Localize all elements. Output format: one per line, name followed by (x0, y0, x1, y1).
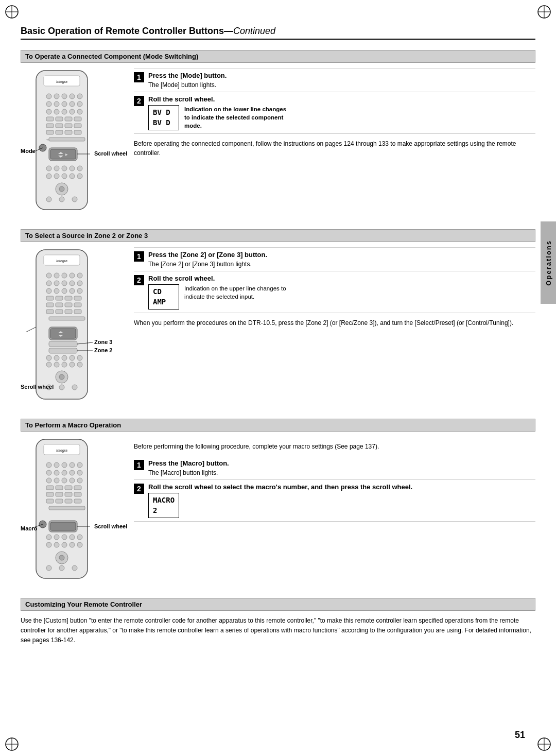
svg-rect-141 (56, 486, 63, 490)
svg-point-77 (62, 281, 67, 286)
svg-point-64 (72, 197, 77, 202)
remote-image-3: Integra (21, 437, 103, 586)
svg-point-17 (62, 94, 67, 99)
scroll-wheel-label-2: Scroll wheel (21, 384, 54, 390)
section3-step1: 1 Press the [Macro] button. The [Macro] … (134, 456, 535, 480)
svg-point-25 (46, 109, 51, 114)
svg-rect-85 (46, 296, 54, 300)
svg-point-80 (46, 288, 51, 294)
svg-rect-43 (49, 138, 85, 141)
svg-point-165 (77, 542, 82, 547)
step1-body: The [Mode] button lights. (148, 81, 535, 89)
svg-point-21 (54, 101, 59, 107)
svg-point-112 (70, 362, 75, 367)
svg-point-54 (77, 166, 82, 171)
section2-lcd: CD AMP (148, 284, 179, 310)
svg-point-73 (70, 273, 75, 278)
s2-step1-title: Press the [Zone 2] or [Zone 3] button. (148, 251, 535, 259)
svg-line-119 (26, 327, 36, 332)
section3-step2: 2 Roll the scroll wheel to select the ma… (134, 480, 535, 522)
svg-rect-88 (74, 296, 81, 300)
s2-step1-num: 1 (134, 251, 144, 262)
section3-heading: To Perform a Macro Operation (21, 419, 535, 432)
corner-mark-tr (536, 4, 552, 20)
svg-point-137 (62, 478, 67, 483)
s3-step2-content: Roll the scroll wheel to select the macr… (148, 483, 535, 518)
section3-content: Integra (21, 437, 535, 588)
svg-rect-34 (46, 124, 54, 128)
section3-remote-container: Integra (21, 437, 124, 588)
svg-point-132 (62, 470, 67, 475)
operations-sidebar: Operations (541, 221, 556, 304)
svg-point-113 (77, 362, 82, 367)
svg-point-125 (46, 462, 51, 468)
page-header: Basic Operation of Remote Controller But… (21, 26, 535, 40)
svg-point-57 (62, 174, 67, 179)
svg-point-55 (46, 174, 51, 179)
section2-content: Integra (21, 247, 535, 408)
section3-display-row: MACRO 2 (148, 493, 535, 518)
zone3-label: Zone 3 (94, 339, 112, 345)
svg-point-81 (54, 288, 59, 294)
section4-body: Use the [Custom] button "to enter the re… (21, 616, 535, 646)
svg-point-62 (46, 197, 51, 202)
svg-rect-102 (49, 341, 77, 347)
svg-rect-31 (56, 117, 63, 121)
svg-point-161 (46, 542, 51, 547)
svg-point-162 (54, 542, 59, 547)
svg-point-133 (70, 470, 75, 475)
svg-rect-41 (74, 130, 81, 134)
step2-content: Roll the scroll wheel. BV D BV D Indicat… (148, 95, 535, 130)
svg-rect-145 (56, 492, 63, 496)
svg-point-15 (46, 94, 51, 99)
svg-rect-97 (49, 317, 85, 320)
svg-point-79 (77, 281, 82, 286)
svg-rect-144 (46, 492, 54, 496)
svg-rect-92 (74, 303, 81, 307)
svg-point-84 (77, 288, 82, 294)
svg-rect-89 (46, 303, 54, 307)
svg-point-107 (70, 355, 75, 360)
svg-rect-33 (74, 117, 81, 121)
svg-point-50 (46, 166, 51, 171)
svg-point-61 (59, 186, 64, 192)
svg-point-26 (54, 109, 59, 114)
svg-point-75 (46, 281, 51, 286)
svg-point-56 (54, 174, 59, 179)
s3-step1-body: The [Macro] button lights. (148, 469, 535, 476)
svg-point-74 (77, 273, 82, 278)
svg-point-53 (70, 166, 75, 171)
svg-point-58 (70, 174, 75, 179)
svg-point-23 (70, 101, 75, 107)
svg-point-164 (70, 542, 75, 547)
svg-text:Integra: Integra (56, 259, 67, 263)
svg-point-117 (59, 385, 64, 390)
s3-step2-num: 2 (134, 484, 144, 494)
svg-text:Integra: Integra (56, 80, 67, 84)
svg-point-110 (54, 362, 59, 367)
svg-text:Integra: Integra (56, 449, 67, 453)
svg-point-130 (46, 470, 51, 475)
s2-step2-title: Roll the scroll wheel. (148, 274, 535, 282)
scroll-wheel-label-3: Scroll wheel (94, 523, 127, 529)
svg-point-72 (62, 273, 67, 278)
svg-point-109 (46, 362, 51, 367)
svg-rect-94 (56, 310, 63, 314)
svg-point-126 (54, 462, 59, 468)
macro-label: Macro (21, 525, 37, 531)
svg-point-83 (70, 288, 75, 294)
svg-rect-152 (49, 506, 85, 510)
svg-point-139 (77, 478, 82, 483)
step1-num: 1 (134, 72, 144, 82)
svg-rect-30 (46, 117, 54, 121)
section1-content: Integra (21, 68, 535, 219)
svg-rect-96 (74, 310, 81, 314)
section1-heading: To Operate a Connected Component (Mode S… (21, 50, 535, 63)
svg-rect-143 (74, 486, 81, 490)
section1-step2: 2 Roll the scroll wheel. BV D BV D Indic… (134, 92, 535, 134)
svg-point-115 (59, 374, 64, 380)
section-zone-select: To Select a Source in Zone 2 or Zone 3 I… (21, 229, 535, 408)
svg-rect-146 (65, 492, 72, 496)
svg-point-167 (59, 555, 64, 560)
section2-heading: To Select a Source in Zone 2 or Zone 3 (21, 229, 535, 242)
